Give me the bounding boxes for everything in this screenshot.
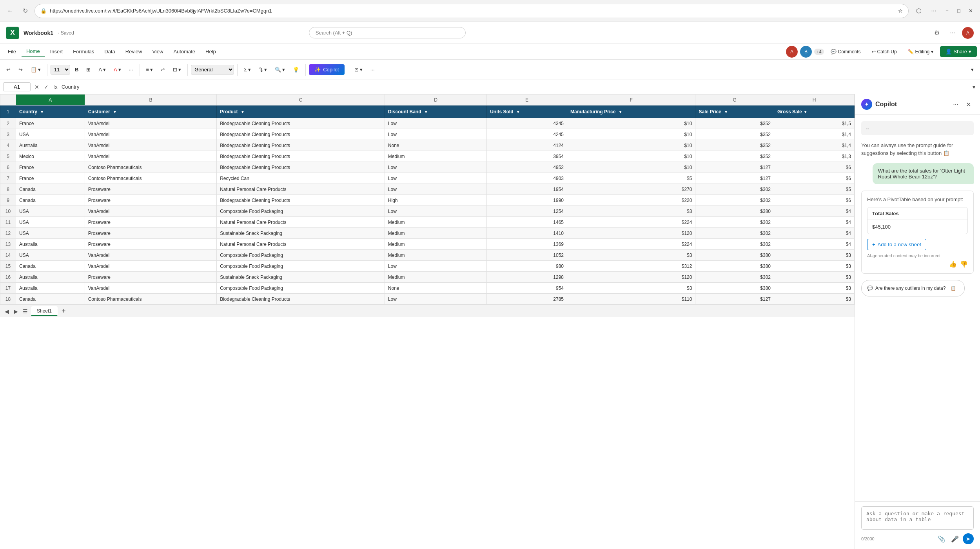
cell-sale-price[interactable]: $302 bbox=[695, 217, 774, 228]
cell-customer[interactable]: VanArsdel bbox=[85, 283, 217, 294]
cell-sale-price[interactable]: $302 bbox=[695, 239, 774, 250]
filter-icon-mfg[interactable]: ▼ bbox=[619, 110, 622, 114]
cell-product[interactable]: Sustainable Snack Packaging bbox=[217, 272, 385, 283]
cell-units[interactable]: 4952 bbox=[487, 162, 567, 173]
cell-country[interactable]: USA bbox=[16, 206, 85, 217]
table-row[interactable]: 9 Canada Proseware Biodegradable Cleanin… bbox=[0, 195, 855, 206]
cell-country[interactable]: USA bbox=[16, 217, 85, 228]
cell-product[interactable]: Biodegradable Cleaning Products bbox=[217, 129, 385, 140]
cell-mfg-price[interactable]: $10 bbox=[567, 140, 695, 151]
cell-discount[interactable]: Low bbox=[385, 162, 486, 173]
back-button[interactable]: ← bbox=[5, 5, 16, 16]
star-icon[interactable]: ☆ bbox=[898, 8, 903, 14]
table-row[interactable]: 7 France Contoso Pharmaceuticals Recycle… bbox=[0, 173, 855, 184]
cell-product[interactable]: Biodegradable Cleaning Products bbox=[217, 140, 385, 151]
cell-units[interactable]: 4245 bbox=[487, 129, 567, 140]
cell-mfg-price[interactable]: $270 bbox=[567, 184, 695, 195]
cell-sale-price[interactable]: $352 bbox=[695, 118, 774, 129]
filter-icon-gross[interactable]: ▼ bbox=[804, 110, 808, 114]
cell-units[interactable]: 1298 bbox=[487, 272, 567, 283]
formula-input[interactable] bbox=[62, 84, 969, 90]
cell-product[interactable]: Compostable Food Packaging bbox=[217, 261, 385, 272]
cell-product[interactable]: Biodegradable Cleaning Products bbox=[217, 118, 385, 129]
filter-icon-discount[interactable]: ▼ bbox=[424, 110, 428, 114]
col-header-B[interactable]: B bbox=[85, 95, 217, 105]
sum-button[interactable]: Σ ▾ bbox=[241, 65, 254, 74]
cell-customer[interactable]: VanArsdel bbox=[85, 261, 217, 272]
table-row[interactable]: 13 Australia Proseware Natural Personal … bbox=[0, 239, 855, 250]
add-sheet-button[interactable]: + bbox=[59, 306, 68, 316]
editing-button[interactable]: ✏️ Editing ▾ bbox=[904, 47, 938, 57]
cell-product[interactable]: Natural Personal Care Products bbox=[217, 217, 385, 228]
cell-discount[interactable]: Medium bbox=[385, 217, 486, 228]
collaborator-avatar-1[interactable]: A bbox=[786, 46, 798, 58]
menu-home[interactable]: Home bbox=[22, 46, 45, 57]
fill-color-button[interactable]: A ▾ bbox=[95, 65, 109, 74]
cell-customer[interactable]: Proseware bbox=[85, 184, 217, 195]
cell-discount[interactable]: High bbox=[385, 195, 486, 206]
cell-customer[interactable]: VanArsdel bbox=[85, 118, 217, 129]
sheet-nav-prev[interactable]: ◀ bbox=[3, 307, 11, 315]
cell-country[interactable]: USA bbox=[16, 228, 85, 239]
table-row[interactable]: 3 USA VanArsdel Biodegradable Cleaning P… bbox=[0, 129, 855, 140]
menu-view[interactable]: View bbox=[147, 46, 168, 57]
cell-gross-sale[interactable]: $1,5 bbox=[774, 118, 855, 129]
cell-gross-sale[interactable]: $1,4 bbox=[774, 129, 855, 140]
col-product[interactable]: Product ▼ bbox=[217, 105, 385, 118]
cell-mfg-price[interactable]: $3 bbox=[567, 283, 695, 294]
cell-customer[interactable]: Proseware bbox=[85, 217, 217, 228]
cell-customer[interactable]: Proseware bbox=[85, 195, 217, 206]
filter-icon-country[interactable]: ▼ bbox=[40, 110, 44, 114]
sheet-menu-button[interactable]: ☰ bbox=[21, 307, 29, 315]
cell-mfg-price[interactable]: $3 bbox=[567, 206, 695, 217]
cell-gross-sale[interactable]: $6 bbox=[774, 162, 855, 173]
cell-units[interactable]: 1990 bbox=[487, 195, 567, 206]
cell-units[interactable]: 2785 bbox=[487, 294, 567, 305]
borders-button[interactable]: ⊞ bbox=[83, 65, 94, 74]
thumbs-down-button[interactable]: 👎 bbox=[960, 260, 968, 268]
cell-discount[interactable]: Medium bbox=[385, 272, 486, 283]
cell-country[interactable]: USA bbox=[16, 129, 85, 140]
cell-units[interactable]: 4345 bbox=[487, 118, 567, 129]
ribbon-more-button[interactable]: ··· bbox=[126, 65, 136, 74]
cell-mfg-price[interactable]: $120 bbox=[567, 228, 695, 239]
col-gross[interactable]: Gross Sale▼ bbox=[774, 105, 855, 118]
collaborator-avatar-2[interactable]: B bbox=[800, 46, 812, 58]
cell-product[interactable]: Natural Personal Care Products bbox=[217, 239, 385, 250]
url-input[interactable] bbox=[50, 8, 895, 14]
wrap-button[interactable]: ⇌ bbox=[158, 65, 168, 74]
cell-customer[interactable]: Contoso Pharmaceuticals bbox=[85, 294, 217, 305]
cell-product[interactable]: Compostable Food Packaging bbox=[217, 283, 385, 294]
cell-country[interactable]: Canada bbox=[16, 184, 85, 195]
cell-gross-sale[interactable]: $1,3 bbox=[774, 151, 855, 162]
col-discount[interactable]: Discount Band ▼ bbox=[385, 105, 486, 118]
cell-country[interactable]: France bbox=[16, 118, 85, 129]
settings-button[interactable]: ⚙ bbox=[931, 27, 943, 39]
cell-discount[interactable]: None bbox=[385, 140, 486, 151]
cell-customer[interactable]: VanArsdel bbox=[85, 129, 217, 140]
cell-product[interactable]: Biodegradable Cleaning Products bbox=[217, 195, 385, 206]
browser-more-button[interactable]: ··· bbox=[927, 5, 940, 17]
find-button[interactable]: 🔍 ▾ bbox=[272, 65, 288, 74]
cell-product[interactable]: Natural Personal Care Products bbox=[217, 184, 385, 195]
col-mfg[interactable]: Manufacturing Price ▼ bbox=[567, 105, 695, 118]
cell-discount[interactable]: Low bbox=[385, 206, 486, 217]
search-input[interactable] bbox=[309, 27, 466, 38]
cell-country[interactable]: Canada bbox=[16, 261, 85, 272]
filter-icon-customer[interactable]: ▼ bbox=[113, 110, 117, 114]
comments-button[interactable]: 💬 Comments bbox=[826, 47, 865, 57]
filter-icon-units[interactable]: ▼ bbox=[516, 110, 520, 114]
thumbs-up-button[interactable]: 👍 bbox=[949, 260, 957, 268]
attach-button[interactable]: 📎 bbox=[936, 533, 947, 544]
sort-button[interactable]: ⇅ ▾ bbox=[256, 65, 270, 74]
col-header-A[interactable]: A bbox=[16, 95, 85, 105]
copilot-close-button[interactable]: ✕ bbox=[963, 99, 974, 110]
cell-mfg-price[interactable]: $220 bbox=[567, 195, 695, 206]
table-row[interactable]: 17 Australia VanArsdel Compostable Food … bbox=[0, 283, 855, 294]
send-button[interactable]: ➤ bbox=[963, 533, 974, 544]
cell-units[interactable]: 4124 bbox=[487, 140, 567, 151]
sheet-tab-sheet1[interactable]: Sheet1 bbox=[31, 306, 58, 316]
cell-product[interactable]: Biodegradable Cleaning Products bbox=[217, 151, 385, 162]
cell-country[interactable]: Australia bbox=[16, 140, 85, 151]
cell-country[interactable]: Mexico bbox=[16, 151, 85, 162]
